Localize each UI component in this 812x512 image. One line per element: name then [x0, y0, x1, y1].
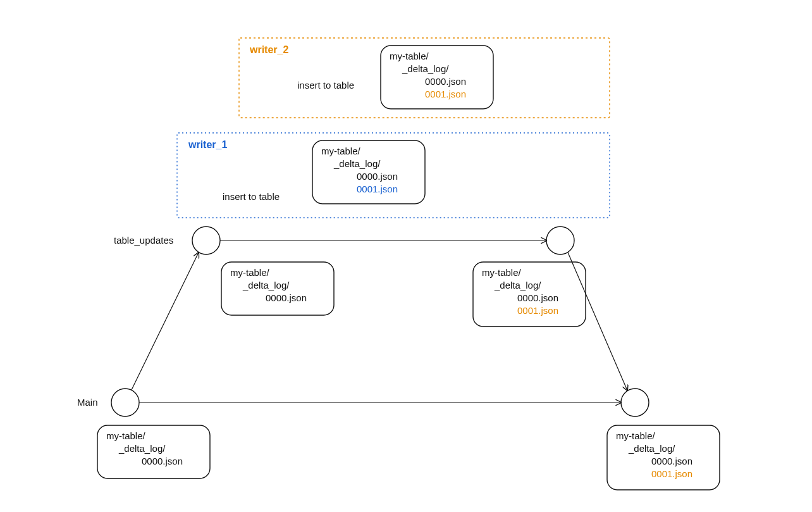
tree-dir: _delta_log/ — [628, 443, 675, 454]
tree-dir: _delta_log/ — [242, 280, 290, 290]
tree-file0: 0000.json — [266, 292, 307, 303]
edge-main-to-updates — [132, 253, 199, 390]
tree-root: my-table/ — [321, 146, 361, 156]
updates-state-before: my-table/ _delta_log/ 0000.json — [221, 262, 334, 315]
tree-root: my-table/ — [482, 267, 522, 278]
tree-dir: _delta_log/ — [118, 443, 166, 454]
tree-file0: 0000.json — [357, 171, 398, 182]
tree-root: my-table/ — [230, 267, 270, 278]
writer-1-title: writer_1 — [188, 139, 227, 150]
writer-2-group: writer_2 insert to table my-table/ _delt… — [239, 38, 610, 118]
tree-file1: 0001.json — [357, 184, 398, 194]
tree-root: my-table/ — [390, 51, 429, 61]
main-state-after: my-table/ _delta_log/ 0000.json 0001.jso… — [607, 425, 720, 490]
writer-2-action: insert to table — [297, 80, 354, 91]
updates-state-after: my-table/ _delta_log/ 0000.json 0001.jso… — [473, 262, 586, 327]
writer-1-state-card: my-table/ _delta_log/ 0000.json 0001.jso… — [312, 140, 425, 204]
writer-2-title: writer_2 — [249, 44, 288, 55]
main-node-right — [621, 389, 649, 416]
writer-2-state-card: my-table/ _delta_log/ 0000.json 0001.jso… — [381, 46, 493, 109]
tree-file1: 0001.json — [517, 305, 558, 316]
table-updates-label: table_updates — [114, 235, 173, 246]
writer-1-group: writer_1 insert to table my-table/ _delt… — [177, 133, 610, 218]
tree-file1: 0001.json — [651, 468, 692, 479]
tree-file0: 0000.json — [425, 76, 466, 87]
main-label: Main — [77, 397, 98, 408]
updates-node-right — [546, 227, 574, 254]
tree-file0: 0000.json — [651, 456, 692, 466]
diagram-canvas: writer_2 insert to table my-table/ _delt… — [0, 0, 812, 512]
tree-root: my-table/ — [106, 430, 146, 441]
main-node-left — [111, 389, 139, 416]
tree-file0: 0000.json — [517, 292, 558, 303]
updates-node-left — [192, 227, 220, 254]
tree-dir: _delta_log/ — [333, 158, 381, 169]
tree-file1: 0001.json — [425, 89, 466, 99]
tree-root: my-table/ — [616, 430, 656, 441]
tree-dir: _delta_log/ — [494, 280, 541, 290]
main-state-before: my-table/ _delta_log/ 0000.json — [97, 425, 210, 478]
tree-file0: 0000.json — [142, 456, 183, 466]
tree-dir: _delta_log/ — [402, 63, 449, 74]
writer-1-action: insert to table — [223, 191, 280, 202]
